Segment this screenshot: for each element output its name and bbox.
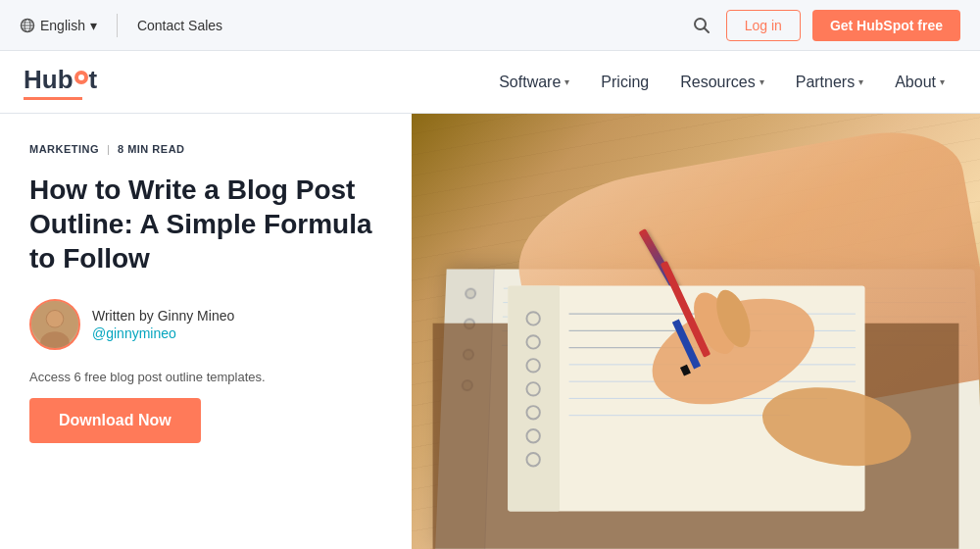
nav-item-software[interactable]: Software ▾ <box>487 66 581 99</box>
logo-underline <box>24 97 82 100</box>
svg-rect-13 <box>508 286 560 512</box>
login-button[interactable]: Log in <box>726 10 801 41</box>
vertical-divider <box>117 14 118 37</box>
nav-item-resources[interactable]: Resources ▾ <box>668 66 775 99</box>
nav-item-partners[interactable]: Partners ▾ <box>784 66 875 99</box>
nav-resources-label: Resources <box>680 74 755 91</box>
svg-point-10 <box>47 311 64 327</box>
hero-image-panel <box>412 114 980 549</box>
software-chevron: ▾ <box>564 76 569 87</box>
left-panel: MARKETING | 8 MIN READ How to Write a Bl… <box>0 114 412 549</box>
top-bar-left: English ▾ Contact Sales <box>20 14 222 37</box>
article-read-time: 8 MIN READ <box>118 143 185 155</box>
hubspot-logo[interactable]: Hubt <box>24 65 97 100</box>
search-icon <box>693 17 710 34</box>
author-section: Written by Ginny Mineo @ginnymineo <box>29 299 382 350</box>
nav-partners-label: Partners <box>796 74 855 91</box>
top-bar-right: Log in Get HubSpot free <box>689 10 960 41</box>
nav-item-about[interactable]: About ▾ <box>883 66 956 99</box>
top-bar: English ▾ Contact Sales Log in Get HubSp… <box>0 0 980 51</box>
breadcrumb-separator: | <box>107 143 110 155</box>
resources-chevron: ▾ <box>760 76 764 87</box>
main-nav-links: Software ▾ Pricing Resources ▾ Partners … <box>487 66 956 99</box>
language-label: English <box>40 18 85 33</box>
contact-sales-link[interactable]: Contact Sales <box>137 18 222 33</box>
breadcrumb: MARKETING | 8 MIN READ <box>29 143 382 155</box>
logo-text-hub: Hub <box>24 65 74 95</box>
nav-pricing-label: Pricing <box>601 74 649 91</box>
content-area: MARKETING | 8 MIN READ How to Write a Bl… <box>0 114 980 549</box>
hero-image <box>412 114 980 549</box>
author-written-by: Written by Ginny Mineo <box>92 308 234 324</box>
author-avatar <box>29 299 80 350</box>
article-category: MARKETING <box>29 143 99 155</box>
download-button[interactable]: Download Now <box>29 398 201 443</box>
svg-line-6 <box>704 27 709 32</box>
about-chevron: ▾ <box>940 76 945 87</box>
cta-description: Access 6 free blog post outline template… <box>29 370 382 384</box>
main-nav: Hubt Software ▾ Pricing Resources ▾ Part… <box>0 51 980 114</box>
partners-chevron: ▾ <box>858 76 863 87</box>
article-title: How to Write a Blog Post Outline: A Simp… <box>29 173 382 275</box>
nav-about-label: About <box>895 74 936 91</box>
logo-text-ot: t <box>89 65 98 95</box>
search-button[interactable] <box>689 13 714 38</box>
language-selector[interactable]: English ▾ <box>20 18 97 33</box>
author-handle[interactable]: @ginnymineo <box>92 325 234 341</box>
get-hubspot-free-button[interactable]: Get HubSpot free <box>812 10 960 41</box>
nav-software-label: Software <box>499 74 561 91</box>
author-info: Written by Ginny Mineo @ginnymineo <box>92 308 234 341</box>
avatar-image <box>31 299 78 348</box>
nav-item-pricing[interactable]: Pricing <box>589 66 661 99</box>
language-chevron: ▾ <box>90 18 97 33</box>
globe-icon <box>20 18 35 33</box>
scene-overlay <box>412 135 980 549</box>
logo-spot-dot <box>74 71 88 84</box>
